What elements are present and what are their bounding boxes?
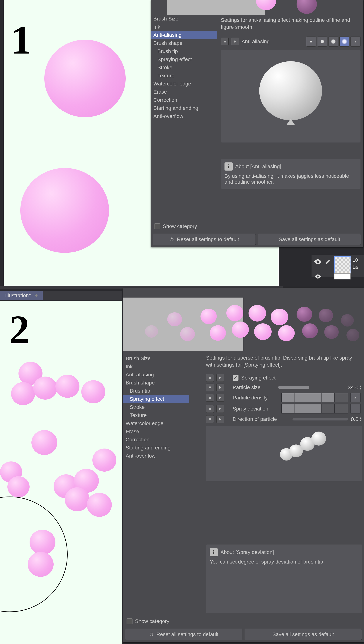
sidebar-item-watercolor-edge[interactable]: Watercolor edge (123, 419, 190, 428)
settings-sidebar-1: Brush Size Ink Anti-aliasing Brush shape… (151, 15, 217, 120)
show-category-checkbox-2[interactable] (127, 618, 132, 624)
aa-option-strong[interactable] (339, 36, 349, 46)
panel2-description: Settings for disperse of brush tip. Disp… (206, 354, 362, 368)
expand-toggle[interactable] (216, 415, 224, 423)
sidebar-item-erase[interactable]: Erase (151, 88, 217, 96)
balloon (8, 476, 30, 497)
settings-panel-1: Brush Size Ink Anti-aliasing Brush shape… (151, 0, 363, 247)
sidebar-item-spraying-effect[interactable]: Spraying effect (151, 55, 217, 64)
balloon (20, 168, 109, 250)
sidebar-item-ink[interactable]: Ink (123, 362, 190, 371)
stepper-arrows-icon[interactable]: ▲▼ (359, 416, 362, 422)
pencil-icon[interactable] (325, 259, 331, 266)
info-body-1: By using anti-aliasing, it makes jaggies… (225, 173, 357, 185)
sidebar-item-ink[interactable]: Ink (151, 23, 217, 31)
save-defaults-button-1[interactable]: Save all settings as default (258, 234, 361, 245)
particle-density-label: Particle density (233, 395, 279, 401)
sidebar-item-erase[interactable]: Erase (123, 428, 190, 436)
sidebar-item-spraying-effect[interactable]: Spraying effect (123, 395, 190, 403)
reset-defaults-button-1[interactable]: Reset all settings to default (153, 234, 256, 245)
sidebar-item-stroke[interactable]: Stroke (123, 403, 190, 411)
layer-palette-fragment: 10 La (311, 255, 364, 277)
reset-defaults-button-2[interactable]: Reset all settings to default (125, 629, 242, 640)
balloon (44, 40, 126, 115)
sidebar-item-texture[interactable]: Texture (151, 72, 217, 80)
sidebar-item-texture[interactable]: Texture (123, 411, 190, 419)
sidebar-item-anti-overflow[interactable]: Anti-overflow (123, 452, 190, 460)
svg-point-3 (321, 40, 324, 43)
direction-number: 0.0 (351, 416, 358, 422)
sidebar-item-brush-tip[interactable]: Brush tip (151, 47, 217, 55)
lock-toggle[interactable] (206, 374, 214, 382)
layer-thumbnail[interactable] (334, 256, 351, 273)
lock-toggle[interactable] (206, 394, 214, 402)
lock-toggle[interactable] (206, 405, 214, 413)
sidebar-item-watercolor-edge[interactable]: Watercolor edge (151, 80, 217, 88)
step-number-1: 1 (11, 16, 31, 63)
particle-size-value[interactable]: 34.0 ▲▼ (348, 384, 362, 390)
sidebar-item-correction[interactable]: Correction (151, 96, 217, 104)
tab-close-icon[interactable] (35, 294, 38, 296)
spray-deviation-more[interactable] (350, 404, 360, 414)
info-body-2: You can set degree of spray deviation of… (210, 559, 358, 565)
svg-marker-1 (234, 40, 236, 43)
expand-toggle[interactable] (216, 374, 224, 382)
svg-rect-11 (209, 397, 211, 399)
particle-size-slider[interactable] (278, 386, 343, 389)
settings-sidebar-2: Brush Size Ink Anti-aliasing Brush shape… (123, 354, 190, 460)
sidebar-item-anti-aliasing[interactable]: Anti-aliasing (151, 31, 217, 39)
visibility-icon[interactable] (314, 274, 321, 280)
direction-value[interactable]: 0.0 ▲▼ (351, 416, 362, 422)
balloon (256, 0, 276, 10)
balloon (55, 375, 79, 397)
particle-density-segments[interactable] (281, 393, 348, 402)
show-category-label-2: Show category (135, 618, 169, 624)
show-category-checkbox-1[interactable] (154, 223, 160, 229)
expand-toggle[interactable] (216, 405, 224, 413)
balloon (33, 376, 57, 399)
aa-option-medium[interactable] (328, 36, 338, 46)
tab-illustration[interactable]: Illustration* (0, 291, 43, 300)
svg-point-4 (331, 40, 335, 44)
sidebar-item-brush-shape[interactable]: Brush shape (151, 39, 217, 47)
save-defaults-button-2[interactable]: Save all settings as default (245, 629, 362, 640)
sidebar-item-anti-aliasing[interactable]: Anti-aliasing (123, 371, 190, 379)
sidebar-item-stroke[interactable]: Stroke (151, 64, 217, 72)
save-defaults-label-2: Save all settings as default (272, 632, 334, 637)
settings-panel-2: Brush Size Ink Anti-aliasing Brush shape… (123, 288, 364, 642)
aa-option-none[interactable] (306, 36, 316, 46)
svg-marker-13 (354, 396, 356, 399)
sidebar-item-brush-size[interactable]: Brush Size (151, 15, 217, 23)
spray-deviation-segments[interactable] (281, 404, 348, 414)
lock-toggle[interactable] (206, 415, 214, 423)
svg-marker-10 (219, 386, 221, 388)
sidebar-item-correction[interactable]: Correction (123, 436, 190, 444)
visibility-icon[interactable] (314, 259, 321, 266)
balloon (31, 430, 57, 454)
svg-rect-0 (224, 40, 226, 42)
sidebar-item-anti-overflow[interactable]: Anti-overflow (151, 112, 217, 120)
sidebar-item-brush-tip[interactable]: Brush tip (123, 387, 190, 395)
layer-thumbnail[interactable] (334, 273, 351, 280)
sidebar-item-starting-ending[interactable]: Starting and ending (151, 104, 217, 112)
brushtip-preview (221, 50, 360, 142)
aa-option-weak[interactable] (317, 36, 327, 46)
lock-toggle[interactable] (221, 38, 229, 46)
sidebar-item-brush-size[interactable]: Brush Size (123, 354, 190, 362)
expand-toggle[interactable] (216, 394, 224, 402)
brush-preview-1 (167, 0, 363, 15)
expand-toggle[interactable] (216, 384, 224, 391)
spraying-effect-checkbox[interactable] (233, 375, 239, 381)
sidebar-item-starting-ending[interactable]: Starting and ending (123, 444, 190, 452)
svg-rect-7 (209, 377, 211, 379)
aa-option-dropdown[interactable] (350, 36, 360, 46)
stepper-arrows-icon[interactable]: ▲▼ (359, 385, 362, 390)
show-category-label-1: Show category (163, 223, 197, 229)
svg-marker-8 (219, 376, 221, 379)
direction-slider[interactable] (292, 418, 348, 420)
lock-toggle[interactable] (206, 384, 214, 391)
expand-toggle[interactable] (231, 38, 239, 46)
balloon (65, 487, 90, 510)
sidebar-item-brush-shape[interactable]: Brush shape (123, 379, 190, 387)
particle-density-more[interactable] (350, 393, 360, 402)
